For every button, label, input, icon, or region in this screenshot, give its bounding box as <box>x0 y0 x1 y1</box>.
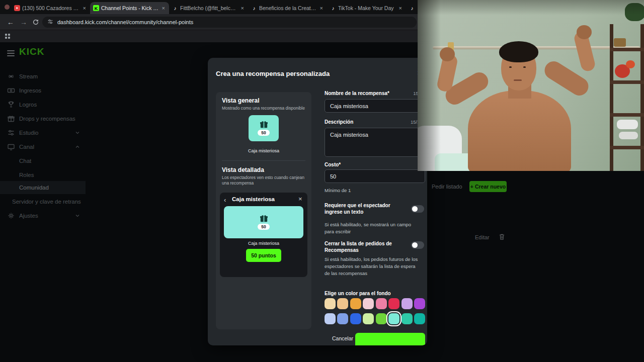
person-hair <box>499 41 538 62</box>
close-queue-toggle[interactable] <box>411 241 424 249</box>
shelf <box>610 146 644 149</box>
tab-strip-dot-icon <box>5 5 10 10</box>
back-button[interactable]: ← <box>7 14 14 30</box>
tab-close-icon[interactable]: × <box>82 5 87 11</box>
color-swatch[interactable] <box>401 298 413 309</box>
preview-panel: Vista general Mostrado como una recompen… <box>216 92 311 329</box>
youtube-favicon-icon <box>14 5 20 11</box>
screen: (130) 500 Cazadores vs los Jug × K Chann… <box>0 0 644 362</box>
require-text-subtext: Si está habilitado, se mostrará un campo… <box>325 221 414 235</box>
apps-grid-icon[interactable] <box>5 34 10 39</box>
tiktok-favicon-icon: ♪ <box>172 5 178 11</box>
name-input[interactable]: Caja misteriosa <box>325 99 425 113</box>
color-swatch[interactable] <box>376 298 387 309</box>
person-fist <box>577 25 592 39</box>
reload-button[interactable] <box>32 19 39 28</box>
vignette <box>418 0 644 15</box>
person-eye <box>509 66 512 68</box>
name-counter: 15/40 <box>325 90 425 96</box>
color-swatch[interactable] <box>337 298 348 309</box>
divider <box>222 160 305 161</box>
tab-close-icon[interactable]: × <box>319 5 324 11</box>
tab-title: (130) 500 Cazadores vs los Jug <box>22 5 80 11</box>
url-bar[interactable]: dashboard.kick.com/channel/community/cha… <box>42 17 417 28</box>
tiktok-favicon-icon: ♪ <box>251 5 257 11</box>
overview-heading: Vista general <box>222 97 259 104</box>
submit-button[interactable] <box>355 333 425 345</box>
color-picker-label: Elige un color para el fondo <box>325 290 391 297</box>
person-eye <box>523 66 526 68</box>
tab-tiktok-3[interactable]: ♪ TikTok - Make Your Day × <box>327 2 406 14</box>
close-queue-subtext: Si está habilitado, los pedidos futuros … <box>325 256 420 277</box>
close-queue-label: Cerrar la lista de pedidos de Recompensa… <box>325 240 400 253</box>
reward-cost-badge: 50 <box>258 130 269 136</box>
create-reward-modal: Crea una recompensa personalizada × Vist… <box>208 58 427 345</box>
white-shoe <box>617 120 638 129</box>
reward-name: Caja misteriosa <box>220 241 307 246</box>
kick-favicon-icon: K <box>93 5 99 11</box>
tab-title: Beneficios de la Creatina en el <box>259 5 317 11</box>
color-swatch[interactable] <box>337 313 348 324</box>
person-torso <box>468 90 571 171</box>
forward-button[interactable]: → <box>20 14 27 30</box>
url-text: dashboard.kick.com/channel/community/cha… <box>57 19 193 25</box>
webcam-overlay <box>418 0 644 171</box>
color-swatch[interactable] <box>363 313 374 324</box>
color-swatch[interactable] <box>325 313 336 324</box>
tab-close-icon[interactable]: × <box>161 5 166 11</box>
color-swatch[interactable] <box>414 313 425 324</box>
vignette <box>418 0 441 171</box>
tiktok-favicon-icon: ♪ <box>330 5 336 11</box>
tab-title: Channel Points - Kick Dashboar <box>101 5 159 11</box>
person-mouth <box>514 79 522 81</box>
tab-tiktok-2[interactable]: ♪ Beneficios de la Creatina en el × <box>248 2 327 14</box>
tab-tiktok-1[interactable]: ♪ FittBelcho (@fitt_belcho) | TikT × <box>169 2 248 14</box>
tab-title: FittBelcho (@fitt_belcho) | TikT <box>180 5 238 11</box>
tab-close-icon[interactable]: × <box>398 5 403 11</box>
color-swatch[interactable] <box>414 298 425 309</box>
cost-hint: Mínimo de 1 <box>325 187 351 194</box>
color-swatch[interactable] <box>350 313 361 324</box>
require-text-label: Requiere que el espectador ingrese un te… <box>325 202 408 215</box>
tab-title: TikTok - Make Your Day <box>338 5 396 11</box>
detail-teal-area: 50 <box>224 206 303 238</box>
tab-kick-active[interactable]: K Channel Points - Kick Dashboar × <box>90 2 169 14</box>
site-settings-icon[interactable] <box>47 18 53 27</box>
reward-name: Caja misteriosa <box>216 148 311 153</box>
svg-text:K: K <box>95 6 98 11</box>
overview-subtext: Mostrado como una recompensa disponible <box>222 106 305 111</box>
gift-box-icon <box>260 215 268 222</box>
reward-detail-card: ‹ Caja misteriosa × 50 Caja misteriosa 5… <box>220 193 307 277</box>
color-swatch[interactable] <box>388 298 399 309</box>
cost-value: 50 <box>330 173 336 179</box>
back-chevron-icon[interactable]: ‹ <box>224 197 226 203</box>
description-textarea[interactable]: Caja misteriosa <box>325 128 425 157</box>
color-swatch[interactable] <box>376 313 387 324</box>
points-button[interactable]: 50 puntos <box>246 249 281 262</box>
detail-heading: Vista detallada <box>222 166 264 173</box>
color-swatch[interactable] <box>350 298 361 309</box>
reward-cost-badge: 50 <box>258 224 269 230</box>
red-fruit <box>626 60 635 68</box>
color-swatch-selected[interactable] <box>388 313 399 324</box>
cost-label: Costo* <box>325 161 341 168</box>
detail-subtext: Los espectadores ven esto cuando canjean… <box>222 175 308 187</box>
color-swatch[interactable] <box>401 313 413 324</box>
cost-input[interactable]: 50 <box>325 169 425 183</box>
gift-box-icon <box>260 121 268 128</box>
reward-preview-card: 50 <box>249 115 279 141</box>
tab-close-icon[interactable]: × <box>240 5 245 11</box>
description-value: Caja misteriosa <box>330 132 368 138</box>
tiktok-favicon-icon: ♪ <box>409 5 415 11</box>
person-fist <box>440 47 455 61</box>
shelf <box>610 80 644 84</box>
shelf <box>610 113 644 117</box>
color-swatch[interactable] <box>363 298 374 309</box>
cancel-button[interactable]: Cancelar <box>332 335 353 341</box>
detail-card-close-icon[interactable]: × <box>298 195 302 203</box>
require-text-toggle[interactable] <box>411 205 424 213</box>
name-input-value: Caja misteriosa <box>330 103 368 109</box>
description-counter: 15/200 <box>325 119 425 125</box>
color-swatch[interactable] <box>325 298 336 309</box>
tab-youtube[interactable]: (130) 500 Cazadores vs los Jug × <box>11 2 90 14</box>
